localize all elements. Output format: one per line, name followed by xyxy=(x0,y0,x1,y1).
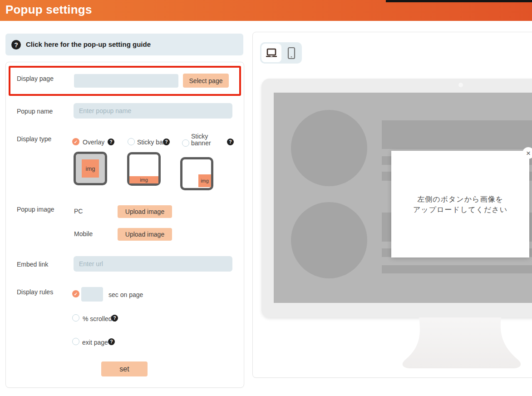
placeholder-circle xyxy=(291,202,367,278)
help-icon: ? xyxy=(11,40,21,50)
monitor-mockup: 左側のボタンから画像を アップロードしてください × xyxy=(261,79,532,317)
display-type-radio-sticky-banner[interactable] xyxy=(182,139,189,147)
check-icon: ✓ xyxy=(74,292,78,297)
popup-name-input[interactable] xyxy=(74,103,232,119)
preview-popup: 左側のボタンから画像を アップロードしてください × xyxy=(391,151,529,257)
close-icon: × xyxy=(526,149,531,157)
desktop-toggle-button[interactable] xyxy=(261,44,281,62)
popup-image-label: Popup image xyxy=(17,206,54,213)
seconds-on-page-label: sec on page xyxy=(108,291,143,298)
display-type-option-sticky-banner-label[interactable]: Sticky banner xyxy=(191,133,214,147)
display-rules-label: Display rules xyxy=(17,288,53,296)
percent-scrolled-help-icon[interactable]: ? xyxy=(111,315,118,322)
placeholder-circle xyxy=(291,110,367,186)
rule-radio-exit-page[interactable] xyxy=(72,338,79,345)
exit-page-help-icon[interactable]: ? xyxy=(108,338,115,345)
preview-panel: 左側のボタンから画像を アップロードしてください × xyxy=(252,32,532,378)
display-type-option-sticky-bar-label[interactable]: Sticky bar xyxy=(137,139,165,146)
upload-image-mobile-button[interactable]: Upload image xyxy=(118,228,172,241)
select-page-button[interactable]: Select page xyxy=(183,74,229,88)
display-page-input[interactable] xyxy=(74,74,178,88)
display-type-radio-overlay[interactable]: ✓ xyxy=(72,138,79,145)
mobile-toggle-button[interactable] xyxy=(281,44,301,62)
mobile-icon xyxy=(287,47,296,59)
sticky-bar-thumbnail-img: img xyxy=(129,176,158,183)
popup-name-label: Popup name xyxy=(17,108,53,115)
display-page-label: Display page xyxy=(17,75,54,82)
display-type-option-overlay-label[interactable]: Overlay xyxy=(83,139,104,146)
set-button[interactable]: set xyxy=(101,361,148,376)
popup-image-pc-label: PC xyxy=(74,208,83,215)
preview-popup-message-line1: 左側のボタンから画像を xyxy=(417,194,503,204)
sticky-banner-thumbnail-img: img xyxy=(198,174,211,187)
desktop-icon xyxy=(265,48,278,59)
page-title: Popup settings xyxy=(5,3,92,17)
device-toggle xyxy=(260,42,302,64)
placeholder-bar xyxy=(382,265,532,273)
embed-link-label: Embed link xyxy=(17,261,48,268)
display-type-radio-sticky-bar[interactable] xyxy=(128,138,135,145)
preview-popup-message-line2: アップロードしてください xyxy=(413,204,507,215)
overlay-help-icon[interactable]: ? xyxy=(108,139,114,145)
page-header: Popup settings xyxy=(0,0,532,21)
monitor-screen: 左側のボタンから画像を アップロードしてください × xyxy=(274,93,532,303)
percent-scrolled-label[interactable]: % scrolled xyxy=(83,315,112,322)
setting-guide-banner[interactable]: ? Click here for the pop-up setting guid… xyxy=(5,34,243,55)
top-right-dark-bar xyxy=(386,0,532,2)
setting-guide-link[interactable]: Click here for the pop-up setting guide xyxy=(26,40,151,48)
placeholder-bar xyxy=(382,120,532,149)
rule-radio-percent-scrolled[interactable] xyxy=(72,314,79,322)
popup-settings-form: Display page Select page Popup name Disp… xyxy=(5,62,244,388)
seconds-on-page-input[interactable] xyxy=(81,287,103,302)
display-type-label: Display type xyxy=(17,135,51,143)
overlay-thumbnail-img: img xyxy=(82,159,99,178)
embed-link-input[interactable] xyxy=(74,256,232,272)
overlay-thumbnail[interactable]: img xyxy=(74,152,107,185)
upload-image-pc-button[interactable]: Upload image xyxy=(118,205,172,218)
sticky-bar-help-icon[interactable]: ? xyxy=(163,139,170,145)
check-icon: ✓ xyxy=(74,139,78,144)
popup-image-mobile-label: Mobile xyxy=(74,230,93,238)
preview-popup-close-button[interactable]: × xyxy=(522,147,532,159)
monitor-stand xyxy=(391,317,532,369)
exit-page-label[interactable]: exit page xyxy=(82,339,108,346)
sticky-bar-thumbnail[interactable]: img xyxy=(127,152,161,186)
monitor-camera-dot xyxy=(458,83,463,87)
sticky-banner-help-icon[interactable]: ? xyxy=(227,139,234,145)
rule-radio-seconds[interactable]: ✓ xyxy=(72,290,79,297)
sticky-banner-thumbnail[interactable]: img xyxy=(180,157,213,190)
